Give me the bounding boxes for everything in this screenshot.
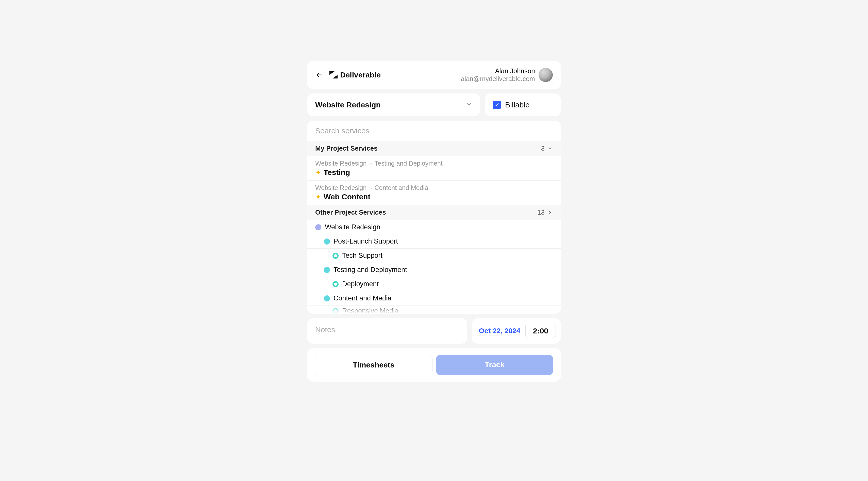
notes-datetime-row: Oct 22, 2024 2:00: [307, 318, 561, 343]
back-button[interactable]: [315, 71, 323, 79]
leaf-dot-icon: [333, 253, 339, 259]
time-input[interactable]: 2:00: [525, 323, 556, 339]
chevron-right-icon: [547, 210, 553, 215]
tree-group[interactable]: Content and Media: [307, 291, 561, 305]
tree-label: Post-Launch Support: [334, 237, 398, 245]
sparkle-icon: ✦: [315, 169, 321, 177]
tree-label: Website Redesign: [325, 223, 380, 231]
tree-leaf[interactable]: Tech Support: [307, 249, 561, 263]
project-billable-row: Website Redesign Billable: [307, 93, 561, 116]
section-my-right: 3: [541, 145, 553, 152]
breadcrumb: Website Redesign » Content and Media: [315, 184, 553, 191]
search-wrap: [307, 121, 561, 141]
notes-input[interactable]: [315, 325, 459, 334]
section-my-services[interactable]: My Project Services 3: [307, 141, 561, 156]
tree-group[interactable]: Post-Launch Support: [307, 234, 561, 249]
tree-label: Content and Media: [334, 294, 391, 302]
service-item[interactable]: Website Redesign » Content and Media ✦ W…: [307, 181, 561, 205]
date-picker[interactable]: Oct 22, 2024: [479, 327, 520, 335]
brand-name: Deliverable: [340, 70, 381, 79]
project-select[interactable]: Website Redesign: [307, 93, 480, 116]
tree-label: Deployment: [342, 280, 379, 288]
leaf-dot-icon: [333, 281, 339, 287]
section-my-title: My Project Services: [315, 145, 378, 152]
search-input[interactable]: [315, 126, 553, 135]
brand-logo-icon: [329, 70, 339, 80]
tree-label: Tech Support: [342, 252, 382, 260]
user-email: alan@mydeliverable.com: [461, 75, 535, 83]
app-panel: Deliverable Alan Johnson alan@mydelivera…: [307, 61, 561, 382]
breadcrumb-leaf: Content and Media: [375, 184, 428, 191]
billable-toggle[interactable]: Billable: [485, 93, 561, 116]
chevron-down-icon: [547, 146, 553, 151]
breadcrumb-leaf: Testing and Deployment: [375, 160, 443, 167]
actions-card: Timesheets Track: [307, 348, 561, 382]
billable-checkbox[interactable]: [493, 101, 501, 109]
chevron-right-icon: »: [369, 185, 372, 191]
services-dropdown: My Project Services 3 Website Redesign »…: [307, 121, 561, 313]
svg-marker-1: [330, 71, 335, 75]
chevron-down-icon: [466, 101, 472, 109]
user-name: Alan Johnson: [461, 67, 535, 75]
tree-label: Testing and Deployment: [334, 266, 407, 274]
sparkle-icon: ✦: [315, 193, 321, 201]
timesheets-button[interactable]: Timesheets: [315, 355, 432, 375]
tree-group[interactable]: Testing and Deployment: [307, 263, 561, 277]
section-other-title: Other Project Services: [315, 209, 386, 216]
tree-leaf[interactable]: Deployment: [307, 277, 561, 291]
group-dot-icon: [324, 295, 330, 301]
breadcrumb-root: Website Redesign: [315, 160, 367, 167]
tree-leaf-cut: Responsive Media: [307, 305, 561, 313]
brand: Deliverable: [329, 70, 381, 80]
section-other-services[interactable]: Other Project Services 13: [307, 205, 561, 220]
avatar[interactable]: [538, 68, 553, 82]
section-other-count: 13: [537, 209, 545, 216]
group-dot-icon: [324, 267, 330, 273]
service-name: Testing: [323, 168, 350, 177]
tree-label: Responsive Media: [342, 307, 399, 314]
section-my-count: 3: [541, 145, 545, 152]
breadcrumb: Website Redesign » Testing and Deploymen…: [315, 160, 553, 167]
notes-card: [307, 318, 467, 343]
header-card: Deliverable Alan Johnson alan@mydelivera…: [307, 61, 561, 89]
service-item[interactable]: Website Redesign » Testing and Deploymen…: [307, 156, 561, 181]
service-name: Web Content: [323, 192, 370, 201]
billable-label: Billable: [505, 100, 530, 109]
chevron-right-icon: »: [369, 160, 372, 166]
group-dot-icon: [324, 238, 330, 245]
project-selected-label: Website Redesign: [315, 100, 381, 109]
service-name-row: ✦ Testing: [315, 168, 553, 177]
section-other-right: 13: [537, 209, 553, 216]
svg-marker-2: [333, 75, 338, 79]
user-text: Alan Johnson alan@mydeliverable.com: [461, 67, 535, 83]
arrow-left-icon: [316, 71, 323, 79]
datetime-card: Oct 22, 2024 2:00: [472, 318, 561, 343]
leaf-dot-icon: [333, 308, 339, 313]
track-button[interactable]: Track: [436, 355, 553, 375]
user-block[interactable]: Alan Johnson alan@mydeliverable.com: [461, 67, 553, 83]
breadcrumb-root: Website Redesign: [315, 184, 367, 191]
project-dot-icon: [315, 224, 321, 230]
check-icon: [495, 102, 499, 107]
service-name-row: ✦ Web Content: [315, 192, 553, 201]
tree-root[interactable]: Website Redesign: [307, 220, 561, 234]
